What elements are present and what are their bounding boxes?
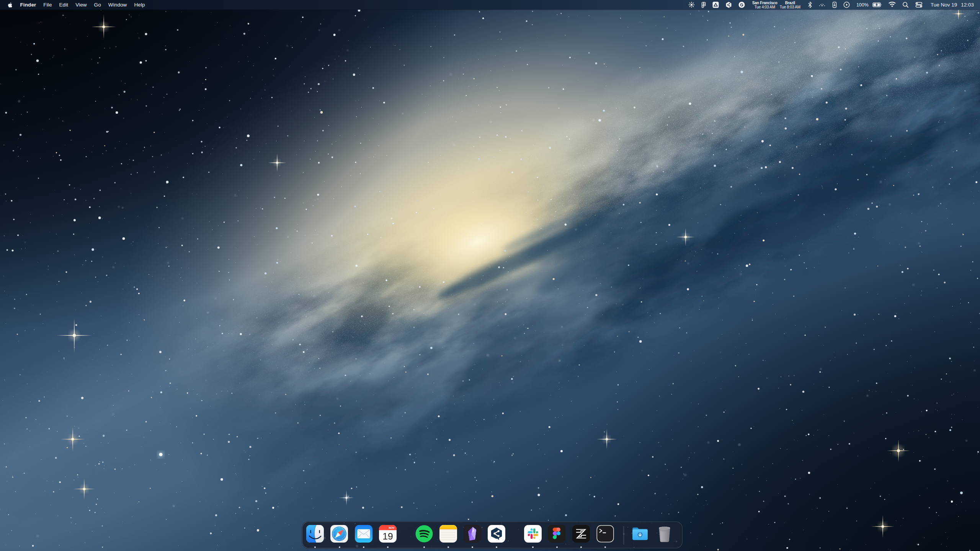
svg-text:19: 19	[382, 531, 393, 541]
svg-text:NOV: NOV	[389, 526, 395, 530]
